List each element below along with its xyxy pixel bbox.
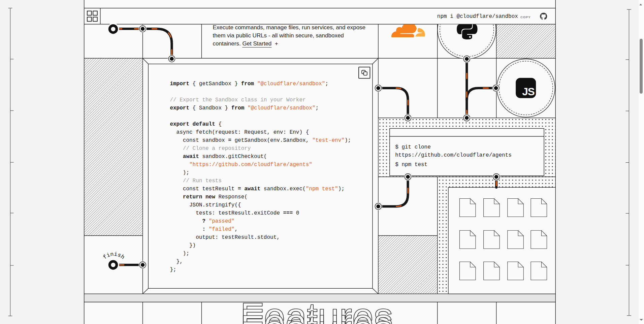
- svg-text:JS: JS: [522, 86, 535, 98]
